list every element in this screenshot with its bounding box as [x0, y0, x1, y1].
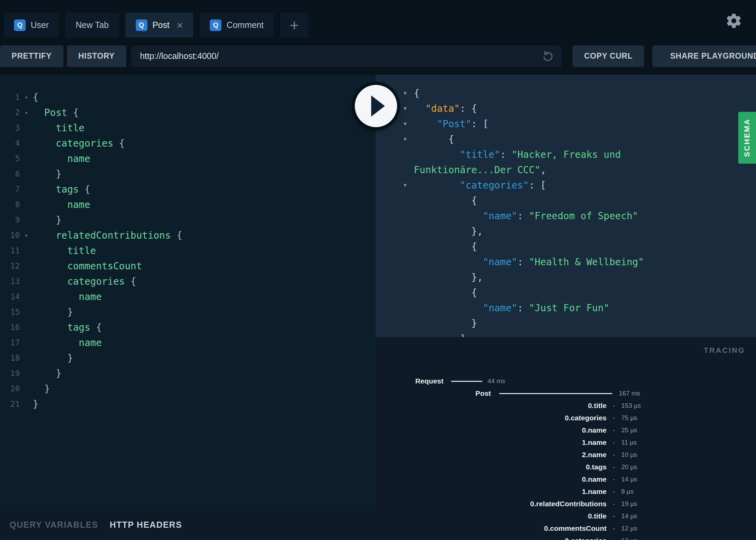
fold-arrow-icon[interactable]: ▾: [20, 228, 33, 243]
query-variables-tab[interactable]: QUERY VARIABLES: [10, 520, 98, 530]
fold-arrow-icon: [20, 182, 33, 197]
code-token: "Health & Wellbeing": [529, 256, 644, 268]
code-token: {: [171, 230, 183, 241]
response-code: {: [414, 285, 756, 300]
response-code: {: [414, 132, 756, 147]
code-token: {: [471, 241, 477, 252]
code-token: {: [471, 287, 477, 298]
response-line: "name": "Health & Wellbeing": [376, 254, 756, 270]
collapse-arrow-icon[interactable]: ▼: [404, 132, 407, 147]
trace-field-row: 0.name-14 µs: [376, 473, 756, 485]
trace-dash: -: [607, 525, 621, 532]
tab-new-tab[interactable]: New Tab: [66, 13, 119, 38]
line-number: 19: [0, 366, 20, 381]
trace-field-row: 0.categories-75 µs: [376, 412, 756, 424]
code-token: {: [414, 88, 420, 99]
trace-request-row: Request 44 ms: [376, 375, 756, 387]
response-code: }: [414, 316, 756, 331]
line-number: 13: [0, 274, 20, 289]
trace-resolver-row: Post 167 ms: [376, 387, 756, 400]
query-code: title: [33, 243, 96, 258]
tab-label: User: [31, 20, 49, 30]
prettify-button[interactable]: PRETTIFY: [0, 45, 63, 67]
query-code: }: [33, 166, 61, 182]
toolbar: PRETTIFY HISTORY COPY CURL SHARE PLAYGRO…: [0, 38, 756, 75]
query-code: name: [33, 335, 102, 350]
close-tab-icon[interactable]: ×: [177, 20, 183, 31]
query-line: 17name: [0, 335, 376, 350]
trace-label: 0.tags: [376, 463, 607, 471]
code-token: }: [56, 368, 61, 379]
response-line: ▼"data": {: [376, 101, 756, 116]
fold-arrow-icon: [20, 197, 33, 212]
fold-arrow-icon: [20, 258, 33, 274]
tab-label: Post: [152, 20, 170, 30]
code-token: name: [79, 291, 102, 302]
trace-field-row: 0.title-153 µs: [376, 400, 756, 412]
code-token: relatedContributions: [56, 230, 171, 241]
endpoint-url-wrap: [131, 45, 562, 67]
code-token: "name": [483, 302, 517, 314]
query-line: 16tags {: [0, 320, 376, 335]
code-token: Post: [44, 107, 67, 118]
response-pane: ▼{▼"data": {▼"Post": [▼{"title": "Hacker…: [376, 75, 756, 337]
trace-dash: -: [607, 402, 621, 410]
trace-value: 10 µs: [621, 451, 637, 459]
query-line: 3title: [0, 120, 376, 136]
response-code: },: [414, 224, 756, 239]
response-code: {: [414, 193, 756, 208]
graphql-query-badge-icon: Q: [136, 19, 147, 31]
collapse-arrow-icon[interactable]: ▼: [404, 178, 407, 193]
line-number: 14: [0, 289, 20, 304]
response-code: "name": "Health & Wellbeing": [414, 254, 756, 270]
query-code: }: [33, 304, 73, 320]
http-headers-tab[interactable]: HTTP HEADERS: [110, 520, 182, 530]
fold-arrow-icon[interactable]: ▾: [20, 90, 33, 105]
query-lines: 1▾{2▾Post {3title4categories {5name6}7ta…: [0, 75, 376, 412]
code-token: {: [113, 138, 125, 149]
line-number: 5: [0, 151, 20, 166]
collapse-arrow-icon[interactable]: ▼: [404, 116, 407, 132]
fold-arrow-icon: [20, 304, 33, 320]
tab-user[interactable]: QUser: [4, 13, 59, 38]
line-number: 6: [0, 166, 20, 182]
schema-tab[interactable]: SCHEMA: [738, 112, 756, 164]
tab-post[interactable]: QPost×: [126, 13, 193, 38]
trace-dash: -: [607, 537, 621, 540]
query-editor-pane[interactable]: 1▾{2▾Post {3title4categories {5name6}7ta…: [0, 75, 376, 510]
line-number: 15: [0, 304, 20, 320]
code-token: "data": [425, 103, 460, 114]
line-number: 1: [0, 90, 20, 105]
copy-curl-button[interactable]: COPY CURL: [572, 45, 644, 67]
trace-value: 12 µs: [621, 525, 637, 532]
trace-dash: -: [607, 488, 621, 496]
trace-field-row: 0.relatedContributions-19 µs: [376, 498, 756, 510]
new-tab-button[interactable]: +: [280, 13, 308, 38]
graphql-query-badge-icon: Q: [210, 19, 221, 31]
fold-arrow-icon: [20, 243, 33, 258]
trace-dash: -: [607, 439, 621, 447]
trace-label: 0.relatedContributions: [376, 500, 607, 508]
trace-value: 13 µs: [621, 537, 637, 540]
trace-field-row: 0.name-25 µs: [376, 424, 756, 436]
collapse-arrow-icon[interactable]: ▼: [404, 86, 407, 101]
share-playground-button[interactable]: SHARE PLAYGROUND: [652, 45, 756, 67]
execute-button[interactable]: [355, 85, 397, 127]
code-token: {: [79, 184, 90, 195]
fold-arrow-icon[interactable]: ▾: [20, 105, 33, 120]
endpoint-url-input[interactable]: [131, 45, 562, 67]
response-line: {: [376, 285, 756, 300]
trace-value: 14 µs: [621, 476, 637, 483]
trace-field-row: 0.tags-20 µs: [376, 461, 756, 473]
tab-comment[interactable]: QComment: [200, 13, 274, 38]
history-button[interactable]: HISTORY: [67, 45, 127, 67]
collapse-arrow-icon[interactable]: ▼: [404, 101, 407, 116]
response-lines: ▼{▼"data": {▼"Post": [▼{"title": "Hacker…: [376, 75, 756, 337]
code-token: }: [44, 383, 50, 394]
line-number: 12: [0, 258, 20, 274]
refresh-schema-icon[interactable]: [541, 49, 555, 63]
code-token: },: [471, 272, 483, 283]
settings-gear-icon[interactable]: [725, 12, 742, 31]
trace-value: 14 µs: [621, 512, 637, 520]
code-token: "Hacker, Freaks und: [512, 149, 621, 160]
